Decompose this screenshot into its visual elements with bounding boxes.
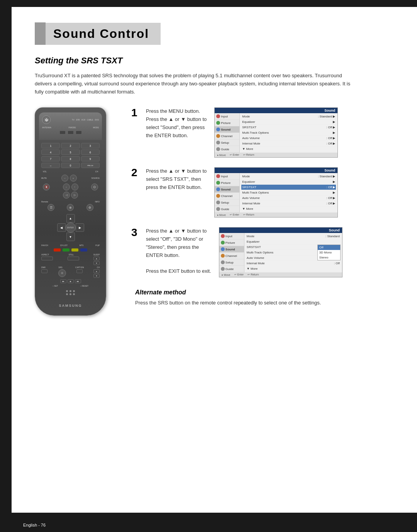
info-row: Remote INFO — [41, 200, 100, 203]
mute-btn[interactable]: 🔇 — [43, 184, 50, 190]
menu-mute-3: Internal Mute: Off — [246, 261, 341, 266]
menu-eq-2: Equalizer▶ — [241, 179, 336, 185]
menu-multi-2: Multi-Track Options▶ — [241, 190, 336, 195]
sidebar-setup-1: Setup — [215, 139, 239, 146]
alternate-text: Press the SRS button on the remote contr… — [135, 299, 398, 307]
num-2[interactable]: 2 — [61, 143, 80, 148]
vol-ch-label: VOLCH — [41, 170, 100, 173]
still-btn[interactable] — [68, 257, 79, 260]
vol-down[interactable]: – — [61, 175, 68, 182]
tv-body-3: Input Picture Sound Channel Setup Guide … — [219, 233, 342, 272]
sidebar-setup-2: Setup — [215, 199, 239, 206]
option-stereo: Stereo — [318, 255, 340, 260]
pmode-btn[interactable] — [68, 131, 74, 134]
enter-btn[interactable]: ENTER — [66, 223, 76, 233]
menu-btn[interactable]: ☰ — [47, 204, 54, 211]
ch-up[interactable]: ↑ — [71, 184, 78, 190]
tv-header-3: Sound — [219, 228, 342, 233]
mute-source-btns: 🔇 ↓ ↑ ⊙ — [41, 184, 100, 190]
sidebar-picture-3: Picture — [219, 240, 244, 246]
right-arrow[interactable]: ▶ — [76, 223, 84, 232]
num-9[interactable]: 9 — [81, 156, 100, 161]
green-btn[interactable] — [63, 248, 70, 252]
dnr-btn[interactable] — [41, 269, 47, 273]
rew-btn[interactable]: ⏮ — [60, 279, 66, 283]
left-border — [0, 0, 12, 532]
aspect-btn[interactable] — [41, 257, 53, 260]
sidebar-guide-1: Guide — [215, 146, 239, 153]
tv-screen-2: Sound Input Picture Sound Channel Setup … — [214, 167, 338, 218]
caption-btn[interactable] — [76, 269, 83, 273]
source-btn[interactable]: ⊙ — [91, 184, 98, 190]
next-btn[interactable]: ▷ — [71, 192, 78, 199]
title-box: Sound Control — [46, 23, 161, 45]
blue-btn[interactable] — [80, 248, 87, 252]
sidebar-sound-1: Sound — [215, 126, 239, 133]
sidebar-picture-2: Picture — [215, 180, 239, 186]
sidebar-guide-3: Guide — [219, 266, 244, 272]
up-arrow[interactable]: ▲ — [66, 214, 75, 223]
fav-row-label: FAV/CHCH LISTMTSP⊡P — [41, 244, 100, 246]
sidebar-input-2: Input — [215, 173, 239, 180]
num-7[interactable]: 7 — [41, 156, 60, 161]
sleep-up[interactable]: ▲ — [93, 257, 100, 260]
guide-btn[interactable]: ⊕ — [67, 204, 74, 211]
sidebar-input-1: Input — [215, 113, 239, 120]
tv-main-3: Mode: Standard Equalizer SRSTSXT Off 3D … — [244, 233, 342, 272]
antenna-btn[interactable] — [59, 131, 66, 134]
vol-up[interactable]: + — [70, 175, 77, 182]
number-grid-section: 1 2 3 4 5 6 7 8 9 – 0 PRE-CH — [39, 141, 102, 300]
page-footer: English - 76 — [23, 523, 46, 527]
samsung-brand: SAMSUNG — [39, 304, 102, 308]
num-8[interactable]: 8 — [61, 156, 80, 161]
step-2-number: 2 — [131, 167, 137, 178]
num-6[interactable]: 6 — [81, 150, 100, 155]
menu-mute-1: Internal Mute: Off ▶ — [241, 141, 336, 146]
dnr-btns: ⊙ ▲ ▼ — [41, 269, 100, 278]
info-label: INFO — [95, 200, 100, 203]
num-1[interactable]: 1 — [41, 143, 60, 148]
page-title: Sound Control — [53, 27, 149, 41]
tv-labels: TVSTBVCRCABLEDVD — [72, 119, 99, 121]
tv-footer-3: ♦ Move↵ Enter↩ Return — [219, 272, 342, 277]
num-dash[interactable]: – — [41, 163, 60, 168]
number-grid: 1 2 3 4 5 6 7 8 9 – 0 PRE-CH — [41, 143, 100, 168]
alternate-method: Alternate method Press the SRS button on… — [131, 289, 398, 307]
num-0[interactable]: 0 — [61, 163, 80, 168]
srs-btn[interactable]: ⊙ — [58, 269, 66, 277]
ch-down-2[interactable]: ▼ — [93, 274, 100, 278]
sidebar-setup-3: Setup — [219, 259, 244, 266]
mode-buttons — [42, 131, 99, 134]
mode-btn[interactable] — [76, 131, 82, 134]
ch-up-2[interactable]: ▲ — [93, 269, 100, 273]
prev-btn[interactable]: ◁ — [63, 192, 70, 199]
remote-top-section: ⏻ TVSTBVCRCABLEDVD ANTENNA P.MODE MODE — [39, 112, 102, 140]
ff-btn[interactable]: ⏭ — [75, 279, 81, 283]
power-button[interactable]: ⏻ — [42, 116, 51, 124]
num-3[interactable]: 3 — [81, 143, 100, 148]
sidebar-guide-2: Guide — [215, 206, 239, 212]
down-arrow[interactable]: ▼ — [66, 233, 75, 241]
menu-eq-1: Equalizer▶ — [241, 119, 336, 125]
tv-screen-1: Sound Input Picture Sound Channel Setup … — [214, 107, 338, 158]
num-prech[interactable]: PRE-CH — [81, 163, 100, 168]
sidebar-input-3: Input — [219, 233, 244, 240]
sleep-down[interactable]: ▼ — [93, 261, 100, 265]
remote-top-arrows: ◁ ▷ — [41, 192, 100, 199]
num-4[interactable]: 4 — [41, 150, 60, 155]
num-5[interactable]: 5 — [61, 150, 80, 155]
menu-mode-2: Mode: Standard ▶ — [241, 174, 336, 179]
tools-btn[interactable]: ⚙ — [86, 204, 93, 211]
icon-btn-row: ☰ ⊕ ⚙ — [41, 204, 100, 211]
play-btn[interactable]: ▶ — [68, 279, 74, 283]
yellow-btn[interactable] — [71, 248, 78, 252]
tv-body-2: Input Picture Sound Channel Setup Guide … — [215, 173, 337, 212]
step-1-group: 1 Press the MENU button. Press the ▲ or … — [131, 107, 398, 158]
left-arrow[interactable]: ◀ — [57, 223, 66, 232]
steps-container: 1 Press the MENU button. Press the ▲ or … — [131, 107, 398, 316]
ch-down[interactable]: ↓ — [63, 184, 70, 190]
remote-power-row: ⏻ TVSTBVCRCABLEDVD — [42, 116, 99, 124]
red-btn[interactable] — [54, 248, 61, 252]
sidebar-channel-2: Channel — [215, 193, 239, 199]
tv-sidebar-1: Input Picture Sound Channel Setup Guide — [215, 113, 240, 153]
